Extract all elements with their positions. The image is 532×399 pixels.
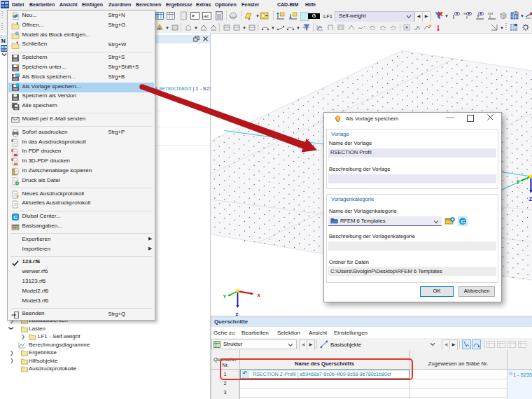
svg-text:»: » xyxy=(192,13,195,18)
svg-text:x: x xyxy=(258,292,261,298)
svg-text:6: 6 xyxy=(11,139,13,143)
svg-text:6: 6 xyxy=(11,148,13,153)
svg-text:C: C xyxy=(461,218,465,225)
svg-text:z: z xyxy=(248,17,251,21)
svg-text:xxx: xxx xyxy=(488,11,493,15)
svg-text:Z: Z xyxy=(529,196,532,202)
svg-text:z: z xyxy=(236,311,239,316)
svg-text:C: C xyxy=(13,215,18,221)
svg-text:y: y xyxy=(517,178,519,184)
svg-text:1: 1 xyxy=(17,93,19,97)
svg-text:6: 6 xyxy=(11,158,13,162)
svg-text:Y: Y xyxy=(223,294,227,299)
svg-text:›sc: ›sc xyxy=(203,14,209,18)
